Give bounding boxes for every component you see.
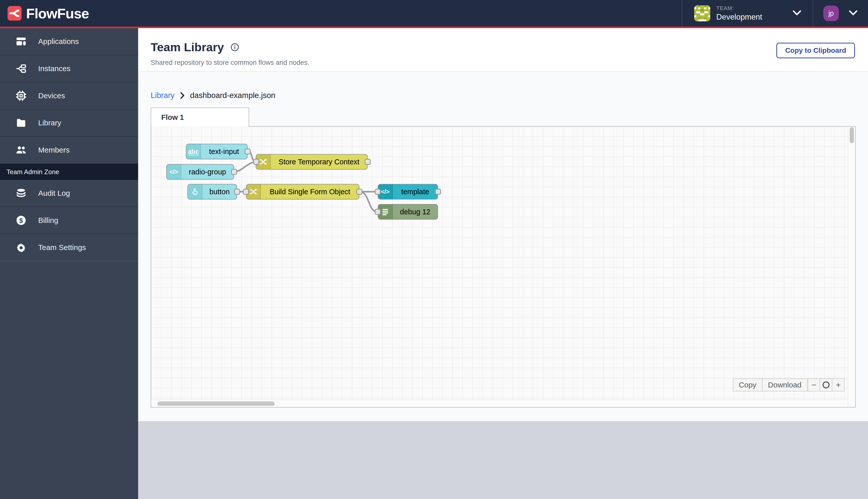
header-accent-line [0, 27, 868, 28]
flow-node-template[interactable]: </> template [378, 184, 438, 199]
zoom-out-button[interactable]: − [808, 378, 820, 391]
team-name: Development [716, 13, 762, 22]
node-label: text-input [201, 144, 247, 159]
breadcrumb: Library dashboard-example.json [151, 91, 275, 100]
port-input-store-temporary-context[interactable] [253, 159, 259, 165]
port-input-debug-12[interactable] [375, 209, 381, 215]
port-input-build-single-form-object[interactable] [243, 189, 249, 195]
flow-node-radio-group[interactable]: </> radio-group [166, 164, 234, 180]
sidebar-item-label: Library [38, 119, 61, 127]
sidebar-item-library[interactable]: Library [0, 110, 138, 137]
zoom-reset-button[interactable] [820, 378, 832, 391]
sidebar-item-members[interactable]: Members [0, 137, 138, 164]
user-menu[interactable]: jp [813, 0, 868, 27]
team-admin-zone-label: Team Admin Zone [7, 168, 59, 176]
user-chevron-down-icon [849, 10, 857, 16]
sidebar-item-label: Audit Log [38, 189, 70, 197]
svg-text:$: $ [19, 217, 23, 224]
members-icon [15, 145, 27, 156]
download-flow-button[interactable]: Download [762, 378, 807, 391]
user-avatar: jp [823, 5, 839, 21]
zoom-in-button[interactable]: + [832, 378, 845, 391]
page-title: Team Library [151, 40, 224, 54]
node-label: template [393, 184, 437, 199]
header-right: TEAM: Development jp [682, 0, 868, 27]
flow-tab[interactable]: Flow 1 [151, 108, 249, 126]
flow-node-text-input[interactable]: abc text-input [186, 144, 248, 159]
port-output-radio-group[interactable] [231, 169, 237, 175]
sidebar-item-applications[interactable]: Applications [0, 28, 138, 55]
team-chevron-down-icon [793, 10, 801, 16]
abc-icon: abc [186, 144, 201, 159]
port-output-text-input[interactable] [245, 148, 251, 155]
sidebar-item-label: Instances [38, 64, 70, 73]
sidebar-item-label: Members [38, 146, 70, 154]
canvas-vertical-scrollbar[interactable] [848, 126, 855, 407]
page-header-band: Team Library Shared repository to store … [138, 28, 868, 72]
node-label: button [202, 184, 237, 199]
zoom-controls: − + [808, 378, 845, 391]
flow-node-debug-12[interactable]: debug 12 [378, 204, 438, 220]
breadcrumb-library-link[interactable]: Library [151, 91, 175, 100]
copy-to-clipboard-button[interactable]: Copy to Clipboard [776, 43, 855, 58]
node-label: debug 12 [393, 205, 437, 219]
copy-flow-button[interactable]: Copy [733, 378, 762, 391]
applications-icon [15, 36, 27, 47]
flowfuse-logo[interactable]: FlowFuse [8, 0, 89, 27]
vertical-scrollbar-thumb[interactable] [850, 127, 854, 143]
library-icon [15, 117, 27, 129]
team-admin-zone-header: Team Admin Zone [0, 164, 138, 180]
flow-node-store-temporary-context[interactable]: Store Temporary Context [256, 154, 368, 170]
billing-icon: $ [15, 215, 27, 226]
brand-name: FlowFuse [26, 5, 89, 22]
instances-icon [15, 63, 27, 74]
zoom-reset-circle-icon [822, 381, 830, 388]
flowfuse-logo-icon [8, 6, 22, 21]
sidebar-item-billing[interactable]: $ Billing [0, 207, 138, 234]
breadcrumb-chevron-icon [179, 92, 185, 99]
horizontal-scrollbar-thumb[interactable] [158, 402, 275, 406]
flow-node-build-single-form-object[interactable]: Build Single Form Object [246, 184, 359, 199]
settings-icon [15, 242, 27, 253]
team-label: TEAM: [716, 5, 762, 12]
port-output-store-temporary-context[interactable] [365, 159, 371, 165]
sidebar-item-label: Billing [38, 216, 58, 224]
port-output-template[interactable] [435, 189, 441, 195]
flow-tab-label: Flow 1 [161, 113, 184, 122]
sidebar-item-devices[interactable]: Devices [0, 82, 138, 110]
team-selector[interactable]: TEAM: Development [682, 0, 813, 27]
node-label: radio-group [181, 165, 234, 179]
team-texts: TEAM: Development [716, 5, 762, 22]
sidebar-item-instances[interactable]: Instances [0, 55, 138, 82]
flow-export-controls: Copy Download [733, 378, 807, 391]
info-icon[interactable] [231, 43, 239, 51]
hand-icon [188, 184, 202, 199]
port-input-template[interactable] [375, 189, 381, 195]
page-subtitle: Shared repository to store common flows … [151, 59, 309, 66]
code-icon: </> [167, 165, 181, 179]
devices-icon [15, 90, 27, 101]
sidebar-item-label: Devices [38, 92, 65, 100]
sidebar-item-team-settings[interactable]: Team Settings [0, 234, 138, 261]
flow-canvas[interactable]: abc text-input </> radio-group Store Tem… [151, 126, 856, 407]
flow-node-button[interactable]: button [187, 184, 237, 199]
port-output-build-single-form-object[interactable] [356, 189, 362, 195]
canvas-horizontal-scrollbar[interactable] [151, 400, 848, 407]
port-output-button[interactable] [234, 189, 240, 195]
sidebar-item-label: Team Settings [38, 243, 86, 252]
team-avatar [694, 5, 710, 21]
breadcrumb-current: dashboard-example.json [190, 91, 275, 100]
audit-log-icon [15, 188, 27, 199]
sidebar-item-audit-log[interactable]: Audit Log [0, 180, 138, 207]
sidebar: Applications Instances Devices [0, 28, 138, 499]
node-label: Store Temporary Context [271, 155, 367, 169]
footer-band [138, 421, 868, 499]
sidebar-item-label: Applications [38, 37, 79, 46]
node-label: Build Single Form Object [261, 184, 359, 199]
